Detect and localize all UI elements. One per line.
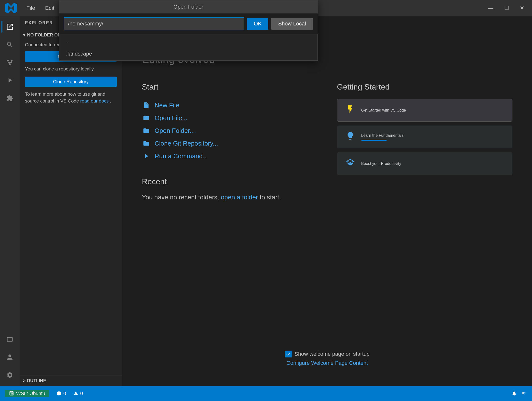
dropdown-landscape-dir[interactable]: .landscape — [59, 47, 317, 60]
open-file-label: Open File... — [155, 114, 187, 122]
activity-bottom — [1, 331, 18, 386]
dialog-title: Open Folder — [59, 0, 318, 13]
configure-welcome-link[interactable]: Configure Welcome Page Content — [285, 360, 370, 366]
start-column: Start New File Open File... — [142, 82, 317, 201]
new-file-item[interactable]: New File — [142, 99, 317, 112]
app-body: Explorer ▾ NO FOLDER OPENED Connected to… — [0, 16, 532, 386]
new-file-icon — [142, 101, 151, 110]
error-count-item[interactable]: 0 — [57, 391, 66, 396]
broadcast-icon[interactable] — [522, 391, 527, 396]
run-command-label: Run a Command... — [155, 152, 208, 160]
startup-checkbox-row: Show welcome page on startup — [285, 351, 370, 357]
run-command-icon — [142, 152, 151, 160]
clone-description: You can clone a repository locally. — [20, 64, 122, 75]
status-right-area — [511, 391, 527, 396]
warning-count-item[interactable]: 0 — [73, 391, 83, 396]
activity-run[interactable] — [1, 72, 18, 89]
learn-fundamentals-text: Learn the Fundamentals — [361, 133, 404, 141]
getting-started-column: Getting Started Get Started with VS Code… — [337, 82, 513, 201]
open-folder-dialog: Open Folder OK Show Local .. .landscape — [59, 0, 318, 61]
show-welcome-label: Show welcome page on startup — [294, 351, 370, 357]
warning-icon — [73, 391, 78, 396]
activity-bar — [0, 16, 20, 386]
sidebar-bottom: > OUTLINE — [20, 376, 122, 386]
clone-repository-button[interactable]: Clone Repository — [25, 77, 117, 87]
main-content: Visual Studio Code Editing evolved Start… — [122, 16, 532, 386]
activity-extensions[interactable] — [1, 90, 18, 106]
clone-git-item[interactable]: Clone Git Repository... — [142, 137, 317, 150]
wsl-status[interactable]: WSL: Ubuntu — [5, 390, 49, 397]
open-file-item[interactable]: Open File... — [142, 112, 317, 124]
boost-productivity-text: Boost your Productivity — [361, 161, 401, 166]
activity-account[interactable] — [1, 349, 18, 366]
boost-productivity-card[interactable]: Boost your Productivity — [337, 152, 513, 175]
sidebar: Explorer ▾ NO FOLDER OPENED Connected to… — [20, 16, 122, 386]
content-columns: Start New File Open File... — [142, 82, 512, 201]
recent-section: Recent You have no recent folders, open … — [142, 177, 317, 201]
notification-icon[interactable] — [511, 391, 517, 396]
learn-fundamentals-card[interactable]: Learn the Fundamentals — [337, 126, 513, 148]
outline-section[interactable]: > OUTLINE — [20, 376, 122, 386]
open-folder-start-item[interactable]: Open Folder... — [142, 124, 317, 137]
dialog-ok-button[interactable]: OK — [247, 18, 268, 30]
error-icon — [57, 391, 61, 396]
clone-git-icon — [142, 139, 151, 148]
read-docs-link[interactable]: read our docs — [80, 98, 109, 103]
warning-count: 0 — [80, 391, 83, 396]
get-started-icon — [344, 104, 356, 116]
open-file-icon — [142, 114, 151, 122]
recent-heading: Recent — [142, 177, 317, 186]
get-started-card[interactable]: Get Started with VS Code — [337, 99, 513, 122]
open-folder-start-label: Open Folder... — [155, 127, 195, 135]
new-file-label: New File — [155, 102, 179, 109]
recent-text: You have no recent folders, open a folde… — [142, 194, 317, 201]
start-heading: Start — [142, 82, 317, 92]
remote-connection-icon — [9, 391, 14, 396]
open-folder-link[interactable]: open a folder — [221, 194, 258, 201]
run-command-item[interactable]: Run a Command... — [142, 150, 317, 162]
activity-settings[interactable] — [1, 367, 18, 383]
clone-git-label: Clone Git Repository... — [155, 140, 218, 147]
footer-area: Show welcome page on startup Configure W… — [285, 351, 370, 366]
activity-remote[interactable] — [1, 331, 18, 348]
folder-dropdown: .. .landscape — [59, 34, 318, 61]
learn-fundamentals-icon — [344, 131, 356, 143]
folder-path-input[interactable] — [64, 17, 244, 30]
get-started-text: Get Started with VS Code — [361, 108, 406, 113]
dropdown-parent-dir[interactable]: .. — [59, 34, 317, 47]
show-welcome-checkbox[interactable] — [285, 351, 292, 357]
open-folder-start-icon — [142, 126, 151, 135]
status-bar: WSL: Ubuntu 0 0 — [0, 386, 532, 401]
open-folder-overlay: Open Folder OK Show Local .. .landscape — [0, 0, 532, 61]
boost-productivity-icon — [344, 158, 356, 169]
dialog-show-local-button[interactable]: Show Local — [271, 18, 313, 30]
git-description: To learn more about how to use git and s… — [20, 89, 122, 107]
error-count: 0 — [63, 391, 66, 396]
dialog-input-row: OK Show Local — [59, 13, 318, 34]
wsl-label: WSL: Ubuntu — [16, 391, 45, 396]
getting-started-heading: Getting Started — [337, 82, 513, 92]
